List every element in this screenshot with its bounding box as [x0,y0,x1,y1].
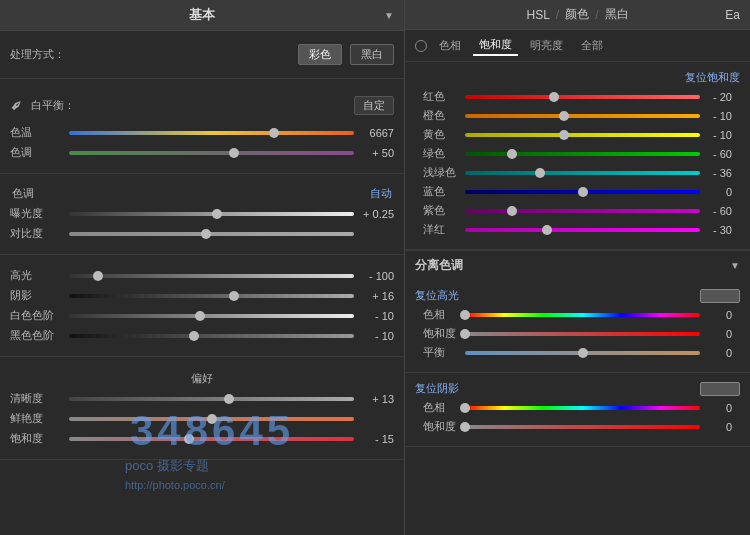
hsl-thumb-1[interactable] [559,111,569,121]
highlights-row: 高光 - 100 [10,268,394,283]
hsl-slider-5[interactable] [465,190,700,194]
highlights-label: 高光 [10,268,65,283]
shadow-sat-slider[interactable] [465,425,700,429]
hsl-thumb-7[interactable] [542,225,552,235]
wb-value[interactable]: 自定 [354,96,394,115]
hsl-slider-4[interactable] [465,171,700,175]
vibrance-thumb[interactable] [207,414,217,424]
exposure-slider[interactable] [69,212,354,216]
hsl-thumb-3[interactable] [507,149,517,159]
hsl-label-1: 橙色 [423,108,461,123]
hsl-label-6: 紫色 [423,203,461,218]
hsl-slider-row-4: 浅绿色 - 36 [415,165,740,180]
hsl-slider-2[interactable] [465,133,700,137]
shadow-hue-label: 色相 [423,400,461,415]
highlights-value: - 100 [358,270,394,282]
shadows-thumb[interactable] [229,291,239,301]
highlight-sat-thumb[interactable] [460,329,470,339]
hsl-slider-0[interactable] [465,95,700,99]
vibrance-label: 鲜艳度 [10,411,65,426]
saturation-row: 饱和度 - 15 [10,431,394,446]
clarity-slider[interactable] [69,397,354,401]
tab-saturation[interactable]: 饱和度 [473,35,518,56]
balance-thumb[interactable] [578,348,588,358]
processing-mode-block: 处理方式： 彩色 黑白 [0,31,404,79]
hsl-circle-indicator[interactable] [415,40,427,52]
bw-mode-button[interactable]: 黑白 [350,44,394,65]
tint-value: + 50 [358,147,394,159]
wb-row: 白平衡： 自定 [31,96,394,115]
tab-all[interactable]: 全部 [575,36,609,55]
whites-thumb[interactable] [195,311,205,321]
temperature-slider[interactable] [69,131,354,135]
hsl-slider-3[interactable] [465,152,700,156]
highlight-color-swatch[interactable] [700,289,740,303]
color-nav-label[interactable]: 颜色 [565,6,589,23]
blacks-slider[interactable] [69,334,354,338]
balance-slider[interactable] [465,351,700,355]
exposure-value: + 0.25 [358,208,394,220]
tint-slider[interactable] [69,151,354,155]
hsl-thumb-6[interactable] [507,206,517,216]
shadow-color-swatch[interactable] [700,382,740,396]
clarity-thumb[interactable] [224,394,234,404]
temperature-label: 色温 [10,125,65,140]
hsl-value-3: - 60 [704,148,732,160]
highlight-hue-thumb[interactable] [460,310,470,320]
highlight-sat-slider[interactable] [465,332,700,336]
whites-slider[interactable] [69,314,354,318]
hsl-slider-6[interactable] [465,209,700,213]
hsl-nav-label[interactable]: HSL [526,8,549,22]
hsl-slider-1[interactable] [465,114,700,118]
hsl-value-7: - 30 [704,224,732,236]
hsl-label-5: 蓝色 [423,184,461,199]
color-mode-button[interactable]: 彩色 [298,44,342,65]
header-dropdown-arrow[interactable]: ▼ [384,10,394,21]
highlight-sat-label: 饱和度 [423,326,461,341]
hsl-thumb-4[interactable] [535,168,545,178]
highlight-section: 复位高光 色相 0 饱和度 0 平衡 [405,280,750,373]
hsl-thumb-2[interactable] [559,130,569,140]
reset-saturation-button[interactable]: 复位饱和度 [415,70,740,85]
eyedropper-icon[interactable]: ✒ [5,94,28,117]
hsl-thumb-5[interactable] [578,187,588,197]
tab-hue[interactable]: 色相 [433,36,467,55]
shadow-hue-thumb[interactable] [460,403,470,413]
tab-brightness[interactable]: 明亮度 [524,36,569,55]
contrast-thumb[interactable] [201,229,211,239]
shadow-hue-row: 色相 0 [415,400,740,415]
hsl-slider-7[interactable] [465,228,700,232]
saturation-thumb[interactable] [184,434,194,444]
tint-thumb[interactable] [229,148,239,158]
hsl-thumb-0[interactable] [549,92,559,102]
highlights-thumb[interactable] [93,271,103,281]
hsl-label-2: 黄色 [423,127,461,142]
hsl-value-1: - 10 [704,110,732,122]
hsl-value-6: - 60 [704,205,732,217]
blacks-label: 黑色色阶 [10,328,65,343]
reset-highlight-button[interactable]: 复位高光 [415,288,459,303]
blacks-thumb[interactable] [189,331,199,341]
exposure-thumb[interactable] [212,209,222,219]
hsl-slider-row-5: 蓝色 0 [415,184,740,199]
right-panel: HSL / 颜色 / 黑白 Ea 色相 饱和度 明亮度 全部 复位饱和度 红 [405,0,750,535]
contrast-slider[interactable] [69,232,354,236]
shadows-label: 阴影 [10,288,65,303]
highlights-slider[interactable] [69,274,354,278]
shadow-sat-label: 饱和度 [423,419,461,434]
hsl-value-4: - 36 [704,167,732,179]
shadows-slider[interactable] [69,294,354,298]
highlight-hue-slider[interactable] [465,313,700,317]
wb-section: ✒ 白平衡： 自定 色温 6667 色调 + 50 [0,79,404,174]
tone-auto-button[interactable]: 自动 [370,186,392,201]
pref-label: 偏好 [10,371,394,386]
reset-shadow-button[interactable]: 复位阴影 [415,381,459,396]
temperature-thumb[interactable] [269,128,279,138]
vibrance-slider[interactable] [69,417,354,421]
bw-nav-label[interactable]: 黑白 [605,6,629,23]
saturation-slider[interactable] [69,437,354,441]
shadow-hue-slider[interactable] [465,406,700,410]
nav-sep1: / [556,8,559,22]
shadow-sat-thumb[interactable] [460,422,470,432]
split-toning-arrow[interactable]: ▼ [730,260,740,271]
